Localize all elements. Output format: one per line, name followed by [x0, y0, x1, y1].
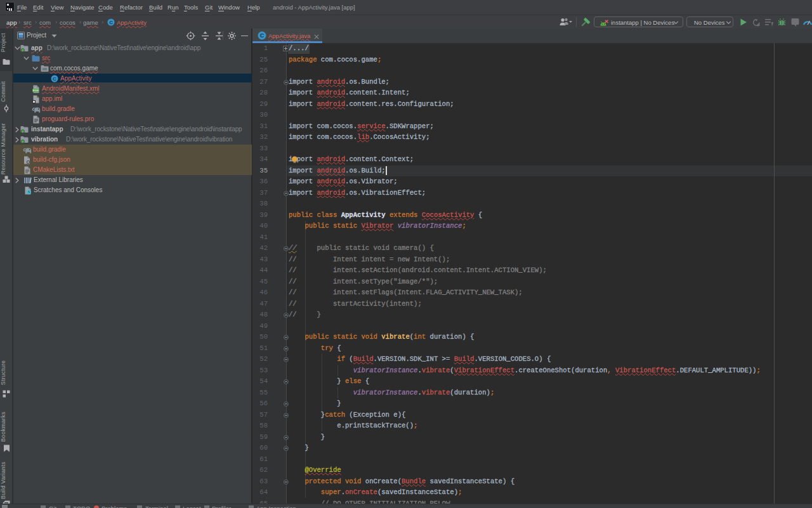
svg-text:C: C	[260, 32, 265, 39]
svg-text:C: C	[109, 20, 113, 25]
svg-text:C: C	[53, 76, 56, 82]
